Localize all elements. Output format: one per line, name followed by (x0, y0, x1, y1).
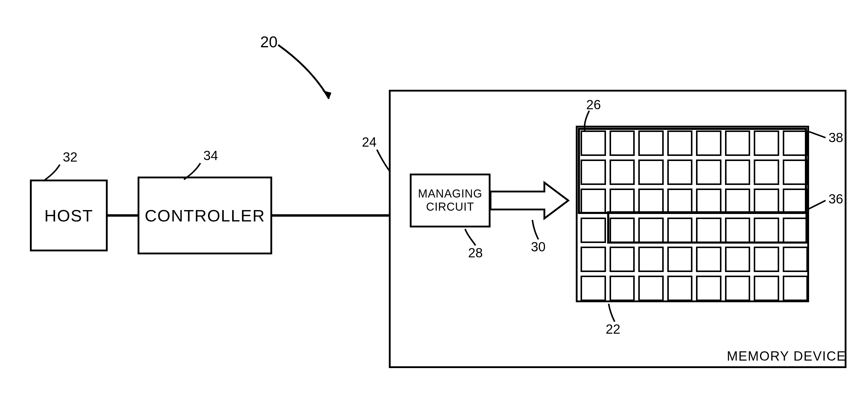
memory-cell (725, 131, 750, 156)
memory-cell (783, 189, 808, 214)
memory-device-label: MEMORY DEVICE (727, 349, 846, 364)
ref-36: 36 (829, 192, 843, 206)
memory-cell (638, 189, 664, 214)
memory-cell (696, 189, 721, 214)
host-block: HOST (30, 179, 108, 251)
ref-38: 38 (829, 130, 843, 145)
memory-cell (783, 276, 808, 301)
wire-controller-device (272, 214, 389, 217)
svg-marker-0 (322, 90, 332, 99)
memory-cell (667, 131, 693, 156)
memory-cell (696, 131, 721, 156)
memory-cell (667, 160, 693, 185)
memory-cell (610, 218, 635, 243)
ref-20: 20 (260, 33, 278, 51)
memory-cell (581, 189, 606, 214)
memory-cell (581, 276, 606, 301)
diagram-stage: 20 HOST 32 CONTROLLER 34 MEMORY DEVICE 2… (0, 0, 868, 401)
memory-array (576, 126, 809, 302)
ref-34: 34 (204, 148, 218, 163)
memory-cell (638, 160, 664, 185)
memory-cell (754, 160, 779, 185)
memory-cell (638, 131, 664, 156)
managing-circuit-block: MANAGING CIRCUIT (410, 174, 491, 227)
ref-26: 26 (586, 97, 601, 112)
ref-32: 32 (63, 150, 78, 165)
memory-cell (667, 276, 693, 301)
memory-cell (667, 218, 693, 243)
memory-cell (783, 160, 808, 185)
memory-cell (667, 189, 693, 214)
controller-label: CONTROLLER (145, 206, 265, 225)
memory-cell (783, 131, 808, 156)
memory-cell (696, 247, 721, 272)
managing-circuit-label: MANAGING CIRCUIT (418, 187, 483, 213)
memory-cell (610, 160, 635, 185)
memory-cell (783, 247, 808, 272)
memory-cell (638, 276, 664, 301)
memory-cell (581, 131, 606, 156)
memory-cell (725, 218, 750, 243)
memory-cell (696, 218, 721, 243)
memory-cell (725, 276, 750, 301)
memory-cell (754, 247, 779, 272)
memory-cell (725, 189, 750, 214)
memory-cell (754, 189, 779, 214)
ref-22: 22 (606, 322, 620, 337)
wire-host-controller (108, 214, 137, 217)
memory-cell (610, 247, 635, 272)
memory-cell (581, 218, 606, 243)
memory-cell (610, 189, 635, 214)
memory-cell (638, 218, 664, 243)
memory-cell (754, 218, 779, 243)
ref-30: 30 (531, 239, 546, 254)
memory-cell (638, 247, 664, 272)
memory-cell (696, 160, 721, 185)
memory-cell (581, 247, 606, 272)
memory-cell (610, 276, 635, 301)
memory-cell (754, 276, 779, 301)
memory-cell (610, 131, 635, 156)
memory-cell (581, 160, 606, 185)
memory-cell (696, 276, 721, 301)
memory-cell (725, 160, 750, 185)
ref-28: 28 (468, 246, 483, 260)
memory-cell (783, 218, 808, 243)
memory-cell (754, 131, 779, 156)
memory-cell (725, 247, 750, 272)
controller-block: CONTROLLER (137, 177, 272, 254)
host-label: HOST (44, 206, 93, 225)
ref-24: 24 (362, 135, 377, 150)
memory-cell (667, 247, 693, 272)
